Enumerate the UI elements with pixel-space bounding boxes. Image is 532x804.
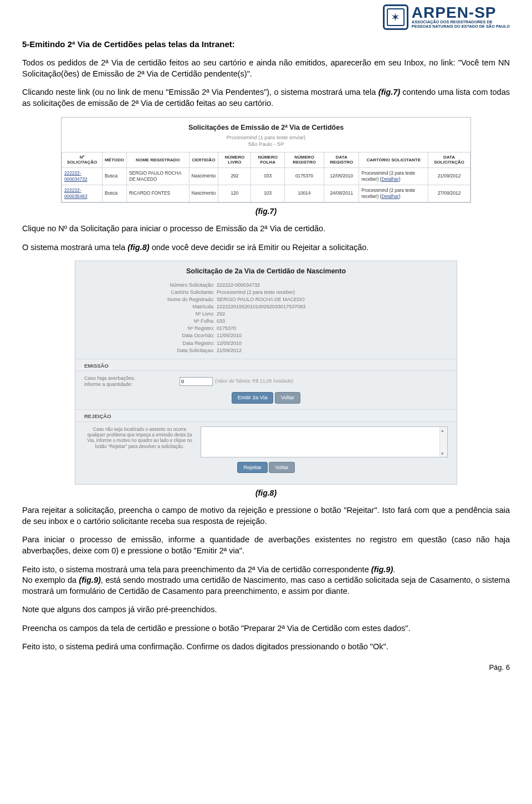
paragraph-4: O sistema mostrará uma tela (fig.8) onde… [22,242,510,253]
table-row: 222222-000035463 Busca RICARDO FONTES Na… [62,185,470,202]
emissao-lead: Caso haja averbações, informe a quantida… [84,375,177,388]
solicitacao-link[interactable]: 222222-000035463 [64,187,88,199]
th-metodo: MÉTODO [102,152,126,167]
emissao-lead1: Caso haja averbações, [84,375,135,381]
th-nome: NOME REGISTRADO [126,152,189,167]
table-row: 222222-000034732 Busca SERGIO PAULO ROCH… [62,167,470,185]
paragraph-2a: Clicando neste link (ou no link de menu … [22,88,378,96]
cell-livro: 120 [218,185,251,202]
cell-folha: 033 [251,167,285,185]
paragraph-2: Clicando neste link (ou no link de menu … [22,87,510,109]
cell-solicitacao[interactable]: 222222-000035463 [62,185,103,202]
averbacoes-input[interactable] [180,377,213,386]
lbl-cart-sol: Cartório Solicitante: [86,289,217,296]
section-title: 5-Emitindo 2ª Via de Certidões pelas tel… [22,39,510,50]
cell-nome: RICARDO FONTES [126,185,189,202]
fig7-panel: Solicitações de Emissão de 2ª Via de Cer… [61,117,471,203]
cell-data-registro: 24/08/2011 [324,185,359,202]
fig7-table: Nº SOLICITAÇÃO MÉTODO NOME REGISTRADO CE… [62,152,470,202]
paragraph-10: Preencha os campos da tela de certidão e… [22,623,510,634]
th-folha: NÚMERO FOLHA [251,152,285,167]
voltar-button[interactable]: Voltar [275,392,300,404]
page-footer: Pág. 6 [22,663,510,673]
cell-nome: SERGIO PAULO ROCHA DE MACEDO [126,167,189,185]
header-logo: ✶ ARPEN-SP ASSOCIAÇÃO DOS REGISTRADORES … [22,4,510,35]
cell-folha: 103 [251,185,285,202]
lbl-livro: Nº Livro: [86,311,217,318]
solicitacao-link[interactable]: 222222-000034732 [64,170,88,182]
rejeicao-body: Caso não seja localizado o assento ou oc… [75,422,457,479]
th-certidao: CERTIDÃO [189,152,218,167]
lbl-matricula: Matrícula: [86,303,217,311]
logo-sub-text-2: PESSOAS NATURAIS DO ESTADO DE SÃO PAULO [412,24,510,29]
val-nome-reg: SERGIO PAULO ROCHA DE MACEDO [217,296,305,303]
fig9-ref: (fig.9) [371,565,393,574]
emissao-body: Caso haja averbações, informe a quantida… [75,371,457,409]
emissao-header: EMISSÃO [75,359,457,372]
val-cart-sol: Processmind (2 para teste receber) [217,289,295,296]
paragraph-9: Note que alguns dos campos já virão pré-… [22,604,510,615]
fig8-caption: (fig.8) [22,488,510,498]
fig8-ref: (fig.8) [127,243,149,252]
val-data-ocorrido: 11/05/2010 [217,332,242,339]
emitir-button[interactable]: Emitir 2a Via [232,392,274,404]
rejeicao-textarea[interactable] [201,426,448,457]
cell-certidao: Nascimento [189,185,218,202]
fig8-info: Número Solicitação:222222-000034732 Cart… [75,282,457,358]
fig8-title: Solicitação de 2a Via de Certidão de Nas… [75,261,457,282]
scrollbar-icon[interactable] [439,427,447,457]
cell-data-solicitacao: 21/09/2012 [428,167,470,185]
voltar-button-2[interactable]: Voltar [269,462,294,474]
fig7-subtitle: Processmind (1 para teste enviar) São Pa… [62,134,470,152]
lbl-folha: Nº Folha: [86,318,217,325]
paragraph-4b: onde você deve decidir se irá Emitir ou … [150,243,369,252]
cell-registro: 10014 [284,185,324,202]
th-data-registro: DATA REGISTRO [324,152,359,167]
val-data-solicitacao: 21/09/2012 [217,347,242,354]
paragraph-4a: O sistema mostrará uma tela [22,243,127,252]
emissao-lead2: informe a quantidade: [84,381,132,387]
val-num-sol: 222222-000034732 [217,282,260,289]
lbl-data-solicitacao: Data Solicitaçao: [86,347,217,354]
cell-solicitacao[interactable]: 222222-000034732 [62,167,103,185]
paragraph-5: Para rejeitar a solicitação, preencha o … [22,505,510,527]
val-data-registro: 12/05/2010 [217,340,242,347]
th-livro: NÚMERO LIVRO [218,152,251,167]
logo-seal-icon: ✶ [383,4,408,30]
lbl-num-sol: Número Solicitação: [86,282,217,289]
cell-data-solicitacao: 27/09/2012 [428,185,470,202]
emissao-hint: (Valor de Tabela: R$ 11,05 /unidade) [215,378,293,385]
fig7-ref: (fig.7) [378,88,400,96]
paragraph-1: Todos os pedidos de 2ª Via de certidão f… [22,58,510,79]
detalhar-link[interactable]: Detalhar [381,176,398,182]
cell-registro: 0175370 [284,167,324,185]
val-livro: 292 [217,311,225,318]
th-data-solicitacao: DATA SOLICITAÇÃO [428,152,470,167]
cell-certidao: Nascimento [189,167,218,185]
fig7-title: Solicitações de Emissão de 2ª Via de Cer… [62,118,470,135]
cell-metodo: Busca [102,185,126,202]
fig7-caption: (fig.7) [22,206,510,217]
th-cartorio: CARTÓRIO SOLICITANTE [359,152,428,167]
paragraph-7a: Feito isto, o sistema mostrará uma tela … [22,565,371,574]
lbl-data-registro: Data Registro: [86,340,217,347]
paragraph-8a: No exemplo da [22,576,79,584]
cell-cartorio: Processmind (2 para teste receber) (Deta… [359,185,428,202]
val-registro: 0175370 [217,325,236,332]
rejeitar-button[interactable]: Rejeitar [237,462,268,474]
paragraph-6: Para iniciar o processo de emissão, info… [22,535,510,556]
rejeicao-header: REJEIÇÃO [75,409,457,422]
star-icon: ✶ [391,12,400,23]
th-registro: NÚMERO REGISTRO [284,152,324,167]
fig9-ref-2: (fig.9) [79,576,100,584]
val-folha: 033 [217,318,225,325]
logo-main-text: ARPEN-SP [412,6,510,19]
detalhar-link[interactable]: Detalhar [381,194,398,199]
paragraph-7-8: Feito isto, o sistema mostrará uma tela … [22,564,510,597]
fig8-panel: Solicitação de 2a Via de Certidão de Nas… [75,261,457,485]
val-matricula: 22222201552010100292033017537083 [217,303,305,311]
logo: ✶ ARPEN-SP ASSOCIAÇÃO DOS REGISTRADORES … [383,4,510,30]
paragraph-7b: . [393,565,395,574]
th-solicitacao: Nº SOLICITAÇÃO [62,152,103,167]
cell-cartorio: Processmind (2 para teste receber) (Deta… [359,167,428,185]
